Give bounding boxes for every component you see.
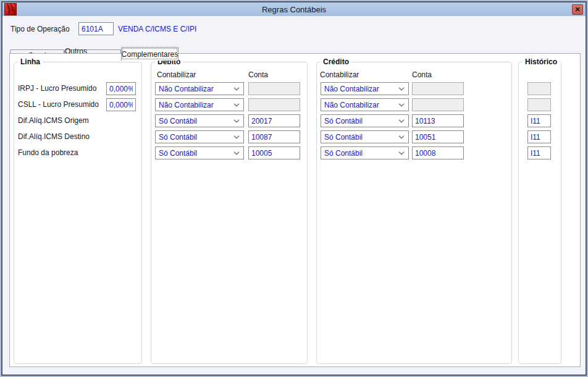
app-icon [4,3,17,15]
combo-value: Só Contábil [324,117,363,125]
operation-description: VENDA C/ICMS E C/IPI [118,25,196,34]
combo-value: Não Contabilizar [324,101,379,109]
historico-input-4[interactable] [527,130,551,143]
operation-type-label: Tipo de Operação [10,25,70,34]
credito-contabilizar-select-1[interactable]: Não Contabilizar [321,82,409,95]
debito-conta-input-1 [248,82,300,95]
debito-col-contabilizar: Contabilizar [157,70,196,80]
credito-conta-input-2 [412,98,464,111]
credito-contabilizar-select-5[interactable]: Só Contábil [321,146,409,159]
historico-input-2 [527,98,551,111]
historico-input-5[interactable] [527,146,551,159]
chevron-down-icon [233,119,240,123]
group-linha: Linha IRPJ - Lucro Presumido CSLL - Lucr… [14,62,142,364]
operation-code-input[interactable] [78,22,114,35]
group-credito: Crédito Contabilizar Conta Não Contabili… [316,62,512,364]
chevron-down-icon [233,135,240,139]
combo-value: Não Contabilizar [324,85,379,93]
window-title: Regras Contábeis [262,5,326,14]
close-icon[interactable]: ✕ [572,4,583,15]
credito-conta-input-5[interactable] [412,146,464,159]
combo-value: Só Contábil [159,149,197,158]
group-historico: Histórico [518,62,561,364]
combo-value: Só Contábil [159,133,197,142]
debito-contabilizar-select-4[interactable]: Só Contábil [155,130,244,143]
chevron-down-icon [233,103,240,107]
csll-percent-input[interactable] [106,98,136,111]
tab-complementares-label: Complementares [122,50,178,59]
chevron-down-icon [233,151,240,155]
row-label-csll: CSLL - Lucro Presumido [18,100,99,109]
credito-contabilizar-select-2[interactable]: Não Contabilizar [321,98,409,111]
debito-conta-input-5[interactable] [248,146,300,159]
row-label-irpj: IRPJ - Lucro Presumido [18,84,96,93]
combo-value: Só Contábil [159,117,197,125]
combo-value: Só Contábil [324,133,363,142]
group-linha-title: Linha [18,57,43,67]
debito-conta-input-4[interactable] [248,130,300,143]
row-label-dif-aliq-icms-destino: Dif.Alíq.ICMS Destino [18,132,90,142]
chevron-down-icon [398,151,405,155]
historico-input-3[interactable] [527,114,551,127]
chevron-down-icon [233,87,240,91]
credito-contabilizar-select-4[interactable]: Só Contábil [321,130,409,143]
credito-contabilizar-select-3[interactable]: Só Contábil [321,114,409,127]
debito-contabilizar-select-1[interactable]: Não Contabilizar [155,82,244,95]
chevron-down-icon [398,87,405,91]
debito-col-conta: Conta [248,70,268,80]
group-historico-title: Histórico [523,57,560,67]
irpj-percent-input[interactable] [106,82,136,95]
debito-contabilizar-select-3[interactable]: Só Contábil [155,114,244,127]
credito-col-contabilizar: Contabilizar [320,70,359,80]
chevron-down-icon [398,119,405,123]
row-label-dif-aliq-icms-origem: Dif.Alíq.ICMS Origem [18,116,89,125]
regras-contabeis-window: Regras Contábeis ✕ Tipo de Operação VEND… [0,0,588,377]
combo-value: Só Contábil [324,149,363,158]
debito-conta-input-3[interactable] [248,114,300,127]
combo-value: Não Contabilizar [159,101,214,109]
tab-page-complementares: Linha IRPJ - Lucro Presumido CSLL - Lucr… [9,53,581,367]
debito-contabilizar-select-5[interactable]: Só Contábil [155,146,244,159]
titlebar[interactable]: Regras Contábeis ✕ [2,2,586,16]
group-credito-title: Crédito [321,57,351,67]
debito-conta-input-2 [248,98,300,111]
form-area: Tipo de Operação VENDA C/ICMS E C/IPI Ge… [2,16,586,375]
chevron-down-icon [398,135,405,139]
tab-complementares[interactable]: Complementares [121,47,178,61]
credito-conta-input-1 [412,82,464,95]
credito-col-conta: Conta [412,70,432,80]
row-label-fundo-da-pobreza: Fundo da pobreza [18,148,78,158]
credito-conta-input-3[interactable] [412,114,464,127]
chevron-down-icon [398,103,405,107]
debito-contabilizar-select-2[interactable]: Não Contabilizar [155,98,244,111]
credito-conta-input-4[interactable] [412,130,464,143]
group-debito: Débito Contabilizar Conta Não Contabiliz… [151,62,308,364]
close-glyph: ✕ [574,6,580,13]
historico-input-1 [527,82,551,95]
combo-value: Não Contabilizar [159,85,214,93]
